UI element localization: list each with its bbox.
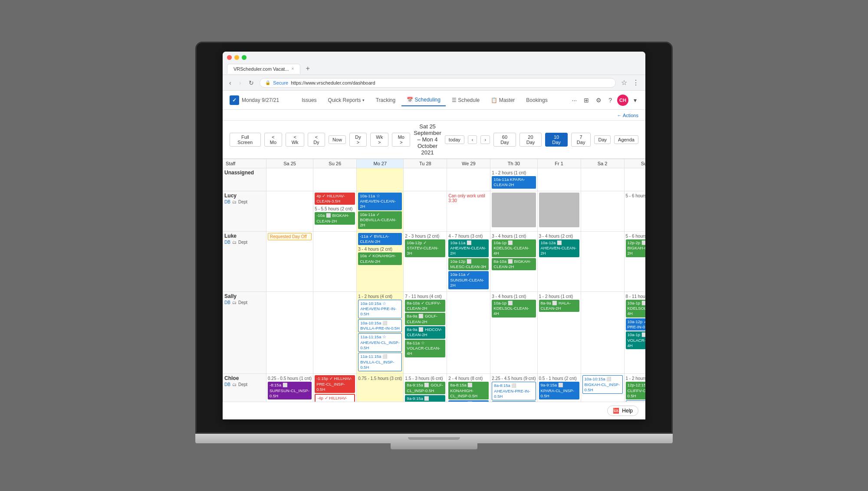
day-btn[interactable]: Day: [594, 135, 611, 144]
bookmark-icon[interactable]: ☆: [619, 78, 629, 88]
back-button[interactable]: ‹: [227, 79, 233, 87]
app-logo: ✓ Monday 9/27/21: [230, 95, 279, 105]
maximize-button[interactable]: [242, 55, 247, 60]
nav-master[interactable]: 📋 Master: [486, 95, 520, 106]
event-block[interactable]: 10a-10:15a ⬜ BIGKAH-CL_INSP-0.5H: [582, 375, 623, 394]
event-block[interactable]: 10a-11a ✓ BOBVILLA-CLEAN-2H: [358, 211, 402, 229]
lucy-db[interactable]: DB: [224, 200, 230, 204]
url-box[interactable]: 🔒 Secure https://www.vrscheduler.com/das…: [260, 78, 616, 88]
nav-issues[interactable]: Issues: [296, 95, 322, 106]
event-block[interactable]: 10a-1p ⬜ KDELSOL-CLEAN-4H: [492, 300, 536, 318]
close-button[interactable]: [227, 55, 232, 60]
event-block[interactable]: 11a-11:15a ☆ AHEAVEN-CL_INSP-0.5H: [358, 333, 402, 352]
event-block[interactable]: 10a-1p ⬜ VOLACR-CLEAN-4H: [626, 331, 645, 349]
event-block[interactable]: 12p-2p ⬜ BIGKAH-CLEAN-2H: [626, 239, 645, 257]
nav-scheduling[interactable]: 📅 Scheduling: [401, 94, 446, 106]
nav-schedule[interactable]: ☰ Schedule: [447, 95, 485, 106]
now-btn[interactable]: Now: [329, 135, 346, 144]
event-block[interactable]: 8a-8:15a ⬜ KONAHIGH-CL_INSP-0.5H: [448, 382, 489, 399]
event-block[interactable]: 10a-11a ☆ AHEAVEN-CLEAN-2H: [358, 193, 402, 210]
event-block[interactable]: 10a-12p ✓ CLIFFV-PRE-IN-0.5H: [626, 318, 645, 331]
app-header: ✓ Monday 9/27/21 Issues Quick Reports ▾ …: [223, 91, 645, 110]
prev-wk-btn[interactable]: < Wk: [286, 133, 304, 147]
cell-unassigned-we29: [447, 168, 490, 191]
event-block[interactable]: 8a-10a ✓ CLIFFV-CLEAN-2H: [405, 300, 445, 312]
event-block[interactable]: 10a-11a ✓ SUNSUR-CLEAN-2H: [448, 271, 489, 289]
nav-quick-reports[interactable]: Quick Reports ▾: [323, 95, 370, 106]
minimize-button[interactable]: [234, 55, 239, 60]
dropdown-arrow[interactable]: ▾: [632, 95, 638, 105]
event-block[interactable]: 10a-10:15a ⬜ BVILLA-PRE-IN-0.5H: [358, 319, 402, 333]
nav-tracking[interactable]: Tracking: [371, 95, 401, 106]
next-wk-btn[interactable]: Wk >: [370, 133, 388, 147]
lucy-dept[interactable]: Dept: [238, 200, 247, 204]
settings-button[interactable]: ⚙: [594, 95, 603, 105]
event-block[interactable]: 9a-9:15a ⬜ HIDCOV-CL_INSP-0.5H: [405, 395, 445, 402]
prev-nav-btn[interactable]: ‹: [468, 135, 477, 144]
help-icon: 🆘: [613, 408, 619, 414]
event-block[interactable]: -4p ✓ HILLHAV-CL_INSP-0.5H: [315, 394, 355, 402]
browser-tab[interactable]: VRScheduler.com Vacat... ×: [227, 64, 300, 74]
help-button[interactable]: ?: [607, 95, 614, 105]
next-mo-btn[interactable]: Mo >: [392, 133, 410, 147]
tab-close-icon[interactable]: ×: [292, 66, 294, 71]
nav-bookings[interactable]: Bookings: [521, 95, 552, 106]
chloe-db[interactable]: DB: [224, 382, 230, 387]
user-avatar[interactable]: CH: [617, 95, 628, 106]
grid-button[interactable]: ⊞: [582, 95, 591, 105]
10day-btn[interactable]: 10 Day: [545, 133, 568, 147]
event-block[interactable]: 8a-8:15a ⬜ AHEAVEN-PRE-IN-0.5H: [492, 382, 536, 400]
chloe-dept[interactable]: Dept: [238, 382, 247, 387]
60day-btn[interactable]: 60 Day: [493, 133, 516, 147]
event-block[interactable]: 10a ✓ KONAHIGH-CLEAN-2H: [358, 252, 402, 265]
forward-button[interactable]: ›: [237, 79, 243, 87]
event-block[interactable]: 4p ✓ HILLHAV-CLEAN-3.5H: [315, 193, 355, 205]
menu-icon[interactable]: ⋮: [631, 78, 641, 88]
event-block[interactable]: 10a-10:15a ☆ AHEAVEN-PRE-IN-0.5H: [358, 300, 402, 318]
cell-unassigned-sa2: [581, 168, 624, 191]
next-nav-btn[interactable]: ›: [480, 135, 490, 144]
event-block[interactable]: 8a-9a ⬜ HALA-CLEAN-2H: [539, 300, 579, 312]
event-block[interactable]: 8a-9a ⬜ GOLF-CLEAN-2H: [405, 313, 445, 325]
prev-dy-btn[interactable]: < Dy: [308, 133, 325, 147]
event-block[interactable]: 8a-10a ⬜ BIGKAH-CLEAN-2H: [492, 258, 536, 271]
event-block[interactable]: 8a-9:15a ⬜ GOLF-CL_INSP-0.5H: [405, 382, 445, 394]
event-block[interactable]: 10a-11a KPARA-CLEAN-2H: [492, 176, 536, 189]
today-btn[interactable]: today: [445, 135, 464, 144]
20day-btn[interactable]: 20 Day: [519, 133, 542, 147]
new-tab-button[interactable]: +: [302, 62, 313, 75]
event-block[interactable]: 10a-12a ⬜ AHEAVEN-CLEAN-2H: [539, 239, 579, 257]
event-block[interactable]: -10a ⬜ BIGKAH-CLEAN-2H: [315, 212, 355, 225]
event-block[interactable]: 10a-11a ⬜ AHEAVEN-CLEAN-2H: [448, 239, 489, 257]
actions-link[interactable]: ← Actions: [617, 113, 638, 118]
event-block[interactable]: 8a-11a ☆ VOLACR-CLEAN-4H: [405, 340, 445, 357]
event-block[interactable]: 10a-12p ✓ STATEV-CLEAN-3H: [405, 239, 445, 257]
event-block[interactable]: -8:15a ⬜ SURFSUN-CL_INSP-0.5H: [268, 382, 312, 399]
event-block[interactable]: 12p-12:15p ✓ CLIFFV-CL_INSP-0.5H: [626, 382, 645, 399]
event-block[interactable]: 8a-9a ⬜ HIDCOV-CLEAN-2H: [405, 326, 445, 339]
prev-mo-btn[interactable]: < Mo: [264, 133, 283, 147]
summary: 7 - 11 hours (4 cnt): [405, 293, 445, 300]
cell-luke-mo27: -11a ✓ BVILLA-CLEAN-2H 3 - 4 hours (2 cn…: [357, 231, 404, 291]
event-block[interactable]: 10a-12p ⬜ MLESC-CLEAN-3H: [448, 258, 489, 271]
event-block[interactable]: 10a-1p ⬜ KDELSOL-CLEAN-4H: [626, 300, 645, 318]
sally-dept[interactable]: Dept: [238, 300, 247, 305]
7day-btn[interactable]: 7 Day: [571, 133, 591, 147]
fullscreen-btn[interactable]: Full Screen: [230, 133, 261, 147]
sally-db[interactable]: DB: [224, 300, 230, 305]
tab-title: VRScheduler.com Vacat...: [233, 66, 289, 72]
help-button[interactable]: 🆘 Help: [607, 406, 638, 416]
event-block[interactable]: -11a ✓ BVILLA-CLEAN-2H: [358, 233, 402, 245]
reload-button[interactable]: ↻: [247, 79, 256, 87]
event-block[interactable]: 9a-9:15a ⬜ KPARA-CL_INSP-0.5H: [539, 382, 579, 399]
next-dy-btn[interactable]: Dy >: [349, 133, 367, 147]
luke-dept[interactable]: Dept: [238, 240, 247, 245]
more-options-button[interactable]: ···: [570, 95, 579, 105]
event-block[interactable]: 11a-11:15a ⬜ BVILLA-CL_INSP-0.5H: [358, 353, 402, 371]
event-block[interactable]: 10a-1p ⬜ KDELSOL-CLEAN-4H: [492, 239, 536, 257]
agenda-btn[interactable]: Agenda: [614, 135, 638, 144]
summary: 3 - 4 hours (2 cnt): [358, 246, 402, 252]
event-block[interactable]: -1:15p ✓ HILLHAV-PRE-CL_INSP-0.5H: [315, 375, 355, 393]
day-off-note: Requested Day Off: [268, 233, 312, 240]
luke-db[interactable]: DB: [224, 240, 230, 245]
